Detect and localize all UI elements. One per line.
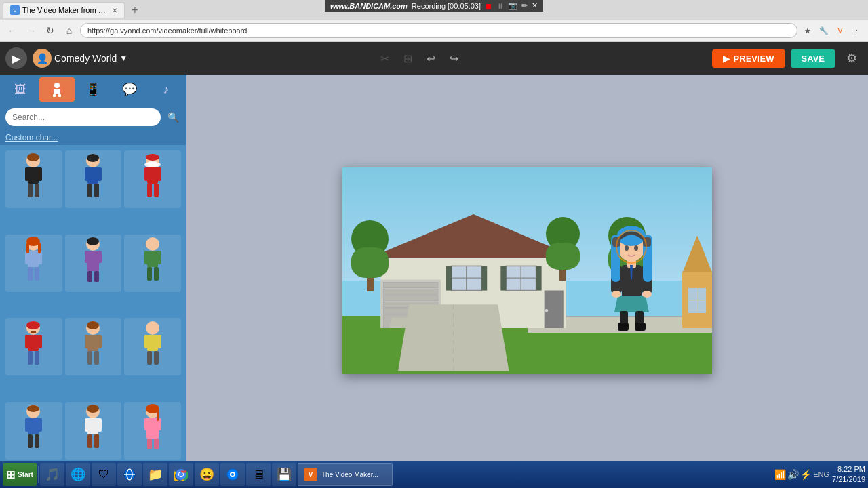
taskbar-antivirus[interactable]: 🛡 bbox=[92, 463, 116, 486]
list-item[interactable] bbox=[65, 150, 122, 208]
svg-rect-14 bbox=[85, 167, 90, 181]
svg-rect-74 bbox=[37, 418, 42, 432]
taskbar-chrome[interactable] bbox=[169, 463, 193, 486]
list-item[interactable] bbox=[65, 318, 122, 375]
forward-button[interactable]: → bbox=[23, 22, 39, 39]
svg-rect-68 bbox=[156, 335, 161, 348]
settings-button[interactable]: ⚙ bbox=[841, 47, 863, 69]
list-item[interactable] bbox=[5, 150, 62, 208]
svg-rect-1 bbox=[54, 89, 60, 94]
cut-button[interactable]: ✂ bbox=[375, 48, 395, 68]
svg-rect-35 bbox=[26, 243, 29, 253]
search-input[interactable] bbox=[5, 108, 161, 126]
refresh-button[interactable]: ↻ bbox=[42, 22, 58, 39]
svg-rect-6 bbox=[25, 167, 31, 181]
list-item[interactable] bbox=[124, 150, 181, 208]
vyond-ext-button[interactable]: V bbox=[833, 23, 848, 38]
svg-rect-23 bbox=[147, 184, 152, 197]
home-button[interactable]: ⌂ bbox=[61, 22, 77, 39]
svg-point-27 bbox=[147, 161, 158, 166]
svg-point-43 bbox=[87, 237, 99, 245]
tab-sounds[interactable]: ♪ bbox=[149, 77, 184, 102]
list-item[interactable] bbox=[65, 235, 122, 292]
preview-button[interactable]: ▶ PREVIEW bbox=[712, 49, 785, 68]
scene-character-svg[interactable] bbox=[603, 214, 660, 333]
character-tab-icon bbox=[50, 82, 64, 97]
project-name-area[interactable]: 👤 Comedy World ▼ bbox=[33, 49, 127, 68]
svg-rect-21 bbox=[144, 167, 150, 181]
svg-rect-42 bbox=[94, 271, 99, 282]
scene-canvas[interactable] bbox=[342, 167, 712, 374]
system-clock[interactable]: 8:22 PM 7/21/2019 bbox=[832, 464, 865, 485]
taskbar-folder[interactable]: 🖥 bbox=[246, 463, 271, 486]
search-area: 🔍 bbox=[0, 104, 186, 130]
start-button[interactable]: ⊞ Start bbox=[3, 463, 37, 486]
back-button[interactable]: ← bbox=[4, 22, 20, 39]
svg-rect-61 bbox=[96, 335, 102, 348]
list-item[interactable] bbox=[124, 318, 181, 375]
record-camera-icon[interactable]: 📷 bbox=[508, 1, 517, 10]
bandicam-overlay: www.BANDICAM.com Recording [00:05:03] ⏹ … bbox=[325, 0, 543, 12]
tab-close-btn[interactable]: ✕ bbox=[112, 7, 117, 14]
svg-rect-60 bbox=[85, 335, 90, 348]
list-item[interactable] bbox=[124, 402, 181, 460]
record-edit-icon[interactable]: ✏ bbox=[521, 1, 528, 10]
taskbar-cloud[interactable]: 💾 bbox=[272, 463, 296, 486]
new-tab-button[interactable]: + bbox=[127, 3, 142, 18]
custom-char-link[interactable]: Custom char... bbox=[0, 130, 186, 145]
svg-rect-32 bbox=[28, 267, 33, 281]
tab-backgrounds[interactable]: 🖼 bbox=[3, 77, 38, 102]
redo-button[interactable]: ↪ bbox=[444, 48, 465, 68]
record-stop-icon[interactable]: ⏹ bbox=[485, 2, 492, 10]
tab-favicon: V bbox=[10, 5, 20, 15]
svg-rect-24 bbox=[154, 184, 159, 197]
svg-rect-36 bbox=[38, 243, 41, 253]
undo-button[interactable]: ↩ bbox=[421, 48, 441, 68]
svg-rect-75 bbox=[28, 434, 33, 448]
record-close-icon[interactable]: ✕ bbox=[532, 1, 538, 10]
svg-rect-52 bbox=[25, 335, 31, 348]
list-item[interactable] bbox=[5, 318, 62, 375]
svg-rect-63 bbox=[94, 351, 99, 365]
address-bar[interactable] bbox=[80, 23, 797, 38]
list-item[interactable] bbox=[124, 235, 181, 292]
svg-rect-82 bbox=[87, 434, 92, 448]
active-tab[interactable]: V The Video Maker from Vyond - ✕ bbox=[3, 2, 125, 18]
tab-props[interactable]: 📱 bbox=[76, 77, 111, 102]
taskbar-ie[interactable] bbox=[117, 463, 142, 486]
taskbar-active-app[interactable]: V The Video Maker... bbox=[298, 463, 393, 486]
copy-button[interactable]: ⊞ bbox=[398, 48, 418, 68]
app-logo[interactable]: ▶ bbox=[5, 47, 27, 69]
ie-icon bbox=[123, 468, 136, 481]
save-button[interactable]: SAVE bbox=[791, 49, 835, 68]
taskbar-browser-btn[interactable]: 🌐 bbox=[66, 463, 90, 486]
taskbar: ⊞ Start 🎵 🌐 🛡 📁 😀 🖥 💾 V T bbox=[0, 461, 868, 488]
taskbar-file-mgr[interactable]: 📁 bbox=[143, 463, 167, 486]
preview-play-icon: ▶ bbox=[723, 54, 730, 64]
search-button[interactable]: 🔍 bbox=[165, 109, 181, 125]
list-item[interactable] bbox=[5, 402, 62, 460]
svg-rect-46 bbox=[144, 251, 150, 264]
svg-rect-17 bbox=[94, 184, 99, 197]
list-item[interactable] bbox=[5, 235, 62, 292]
tab-text[interactable]: 💬 bbox=[112, 77, 147, 102]
svg-point-56 bbox=[26, 321, 40, 329]
project-dropdown-icon: ▼ bbox=[119, 54, 127, 63]
svg-point-132 bbox=[625, 245, 629, 251]
record-pause-icon[interactable]: ⏸ bbox=[496, 2, 504, 10]
svg-rect-49 bbox=[154, 267, 159, 281]
character-pink-woman bbox=[138, 403, 168, 458]
list-item[interactable] bbox=[65, 402, 122, 460]
preview-label: PREVIEW bbox=[734, 54, 774, 64]
svg-point-77 bbox=[27, 405, 39, 412]
taskbar-media-player[interactable]: 🎵 bbox=[40, 463, 64, 486]
menu-button[interactable]: ⋮ bbox=[849, 23, 864, 38]
tab-characters[interactable] bbox=[39, 77, 75, 102]
extensions-button[interactable]: 🔧 bbox=[816, 23, 831, 38]
svg-rect-53 bbox=[37, 335, 42, 348]
taskbar-browser2[interactable] bbox=[220, 463, 245, 486]
bookmark-button[interactable]: ★ bbox=[800, 23, 815, 38]
sys-icon-eng: ENG bbox=[813, 470, 829, 479]
taskbar-separator-1 bbox=[38, 466, 39, 483]
taskbar-smiley[interactable]: 😀 bbox=[195, 463, 219, 486]
